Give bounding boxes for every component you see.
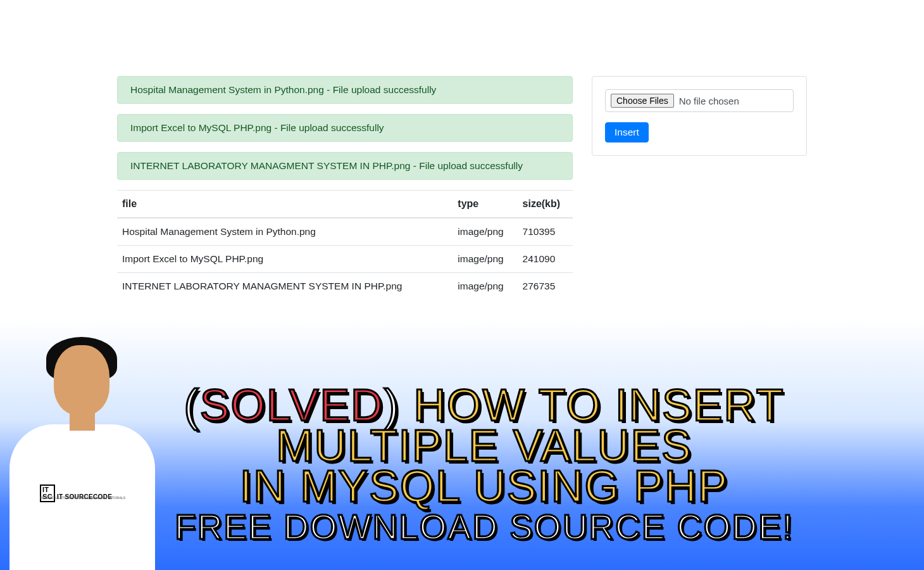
presenter-head <box>54 345 109 415</box>
right-column: Choose Files No file chosen Insert <box>592 76 807 300</box>
paren-open: ( <box>184 381 200 430</box>
cell-type: image/png <box>453 273 517 300</box>
table-header-size: size(kb) <box>518 191 573 218</box>
cell-size: 241090 <box>518 246 573 273</box>
banner-text: (SOLVED) HOW TO INSERT MULTIPLE VALUES I… <box>175 385 794 543</box>
main-container: Hospital Management System in Python.png… <box>0 0 924 300</box>
cell-file: INTERNET LABORATORY MANAGMENT SYSTEM IN … <box>117 273 453 300</box>
presenter-portrait: ITSCIT SOURCECODE FREE PROJECTS WITH SOU… <box>0 336 168 570</box>
upload-alert: INTERNET LABORATORY MANAGMENT SYSTEM IN … <box>117 152 573 180</box>
cell-size: 276735 <box>518 273 573 300</box>
table-row: Import Excel to MySQL PHP.png image/png … <box>117 246 573 273</box>
insert-button[interactable]: Insert <box>605 122 649 142</box>
upload-card: Choose Files No file chosen Insert <box>592 76 807 156</box>
banner-line-3: IN MYSQL USING PHP <box>175 466 794 507</box>
table-header-file: file <box>117 191 453 218</box>
left-column: Hospital Management System in Python.png… <box>117 76 573 300</box>
cell-file: Hospital Management System in Python.png <box>117 218 453 246</box>
file-input[interactable]: Choose Files No file chosen <box>605 89 794 112</box>
files-table: file type size(kb) Hospital Management S… <box>117 190 573 300</box>
shirt-logo-sub: FREE PROJECTS WITH SOURCE CODE AND TUTOR… <box>40 496 125 500</box>
banner-line-4: FREE DOWNLOAD SOURCE CODE! <box>175 511 794 543</box>
cell-type: image/png <box>453 218 517 246</box>
banner-line-2: MULTIPLE VALUES <box>175 426 794 466</box>
cell-size: 710395 <box>518 218 573 246</box>
choose-files-button[interactable]: Choose Files <box>611 94 674 108</box>
file-status-text: No file chosen <box>679 96 739 106</box>
upload-alert: Hospital Management System in Python.png… <box>117 76 573 104</box>
cell-type: image/png <box>453 246 517 273</box>
table-row: INTERNET LABORATORY MANAGMENT SYSTEM IN … <box>117 273 573 300</box>
cell-file: Import Excel to MySQL PHP.png <box>117 246 453 273</box>
table-header-type: type <box>453 191 517 218</box>
banner-line-1: (SOLVED) HOW TO INSERT <box>175 385 794 426</box>
table-row: Hospital Management System in Python.png… <box>117 218 573 246</box>
upload-alert: Import Excel to MySQL PHP.png - File upl… <box>117 114 573 142</box>
